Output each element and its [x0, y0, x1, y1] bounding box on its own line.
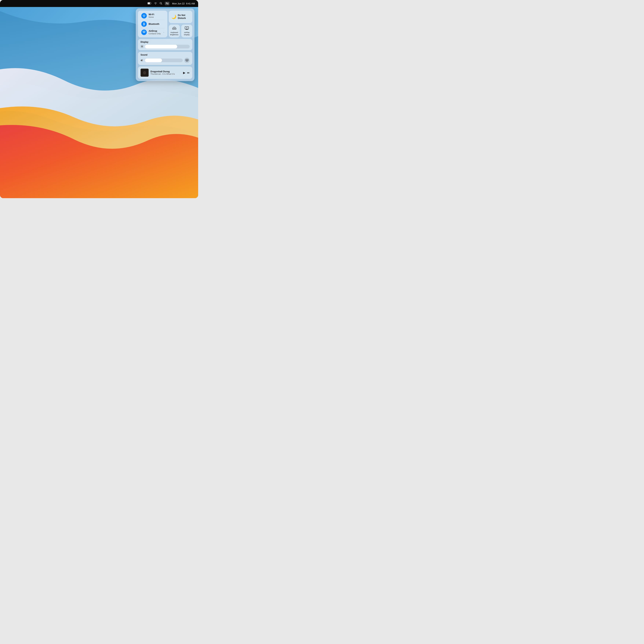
svg-point-34 — [144, 71, 145, 73]
menubar-time: 9:41 AM — [186, 2, 195, 5]
wifi-title: Wi-Fi — [149, 13, 154, 16]
svg-point-19 — [141, 46, 143, 47]
track-title: Dragonball Durag — [150, 70, 181, 73]
airdrop-subtitle: Contacts Only — [149, 32, 161, 35]
airplay-display-icon — [185, 26, 189, 31]
album-art — [141, 69, 149, 77]
track-info: Dragonball Durag Thundercat - It Is What… — [150, 70, 181, 75]
battery-icon — [148, 2, 152, 5]
control-center-menubar-icon[interactable] — [165, 2, 170, 5]
display-slider-row — [141, 45, 190, 48]
svg-rect-18 — [185, 27, 189, 29]
svg-rect-1 — [148, 3, 150, 4]
menubar-date: Mon Jun 22 — [172, 2, 185, 5]
svg-line-27 — [141, 47, 141, 48]
search-menubar-icon[interactable] — [160, 2, 162, 5]
volume-fill — [145, 59, 162, 62]
bluetooth-title: Bluetooth — [149, 23, 159, 26]
brightness-slider[interactable] — [145, 45, 190, 48]
brightness-fill — [145, 45, 177, 48]
svg-point-4 — [166, 3, 167, 3]
sound-airplay-btn[interactable] — [184, 58, 190, 63]
airdrop-title: AirDrop — [149, 30, 161, 32]
svg-line-3 — [161, 4, 162, 4]
track-artist: Thundercat - It Is What It Is — [150, 73, 181, 75]
dnd-label: Do NotDisturb — [178, 14, 186, 20]
display-section: Display — [138, 39, 192, 50]
menubar: Mon Jun 22 9:41 AM — [0, 0, 198, 7]
cc-top-row: Wi-Fi Home Bluetooth — [138, 11, 192, 37]
dnd-icon: 🌙 — [171, 14, 176, 19]
bluetooth-text: Bluetooth — [149, 23, 159, 26]
keyboard-brightness-btn[interactable]: KeyboardBrightness — [169, 25, 180, 37]
playback-controls: ▶ ⏭ — [183, 71, 190, 74]
bluetooth-icon-circle — [141, 21, 147, 27]
play-button[interactable]: ▶ — [183, 71, 185, 74]
control-center-panel: Wi-Fi Home Bluetooth — [136, 8, 194, 81]
airplay-display-label: AirPlayDisplay — [184, 31, 190, 36]
svg-line-24 — [141, 45, 141, 46]
sound-section: Sound — [138, 52, 192, 65]
wifi-subtitle: Home — [149, 16, 154, 18]
display-label: Display — [141, 41, 190, 43]
keyboard-brightness-icon — [172, 26, 176, 31]
now-playing-section: Dragonball Durag Thundercat - It Is What… — [138, 66, 192, 79]
skip-button[interactable]: ⏭ — [187, 71, 190, 74]
wifi-menubar-icon — [154, 2, 157, 5]
svg-point-10 — [143, 32, 145, 33]
volume-icon — [141, 59, 143, 62]
volume-slider[interactable] — [145, 59, 183, 62]
svg-point-9 — [144, 16, 144, 17]
svg-line-26 — [143, 45, 143, 46]
sound-row — [141, 58, 190, 63]
svg-line-14 — [173, 27, 174, 28]
cc-right-col: 🌙 Do NotDisturb — [169, 11, 192, 37]
menubar-datetime[interactable]: Mon Jun 22 9:41 AM — [172, 2, 195, 5]
svg-line-15 — [175, 27, 175, 28]
airplay-sound-icon — [185, 59, 188, 62]
svg-point-6 — [168, 3, 168, 4]
wifi-toggle[interactable]: Wi-Fi Home — [139, 12, 167, 20]
keyboard-brightness-label: KeyboardBrightness — [170, 31, 179, 36]
brightness-icon — [141, 45, 143, 48]
airdrop-text: AirDrop Contacts Only — [149, 30, 161, 35]
cc-connectivity-block: Wi-Fi Home Bluetooth — [138, 11, 167, 37]
cc-small-row: KeyboardBrightness AirPlayDisp — [169, 25, 192, 37]
mac-bezel: Mon Jun 22 9:41 AM — [0, 0, 198, 198]
svg-rect-28 — [186, 59, 188, 61]
wifi-text: Wi-Fi Home — [149, 13, 154, 18]
airplay-display-btn[interactable]: AirPlayDisplay — [181, 25, 192, 37]
airdrop-icon-circle — [141, 30, 147, 35]
airdrop-toggle[interactable]: AirDrop Contacts Only › — [139, 28, 167, 36]
airdrop-chevron: › — [163, 31, 164, 33]
bluetooth-toggle[interactable]: Bluetooth — [139, 20, 167, 28]
svg-line-25 — [143, 47, 143, 48]
wifi-icon-circle — [141, 13, 147, 19]
sound-label: Sound — [141, 54, 190, 56]
dnd-toggle[interactable]: 🌙 Do NotDisturb — [169, 11, 192, 23]
